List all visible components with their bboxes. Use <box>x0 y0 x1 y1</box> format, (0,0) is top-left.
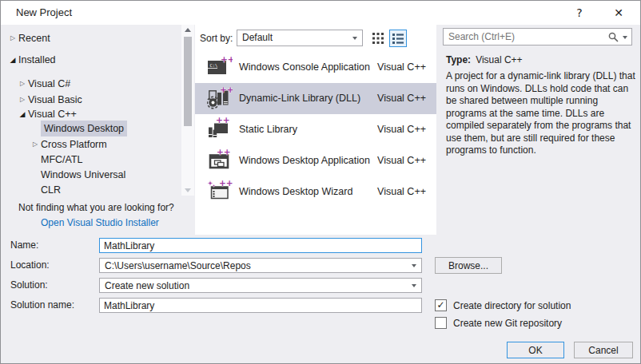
tree-item-clr[interactable]: CLR <box>1 183 181 197</box>
tree-item-label: Visual C# <box>28 77 70 91</box>
svg-text:++: ++ <box>221 54 233 64</box>
template-list-panel: Sort by: Default <box>195 25 436 235</box>
template-windows-console-application[interactable]: C:\ ++ Windows Console Application Visua… <box>195 52 436 83</box>
chevron-down-icon <box>352 37 357 40</box>
svg-text:++: ++ <box>219 179 233 188</box>
template-info-panel: Type:Visual C++ A project for a dynamic-… <box>436 25 640 235</box>
search-box <box>443 28 632 46</box>
tree-item-windows-desktop[interactable]: Windows Desktop <box>1 121 181 136</box>
tree-item-cross-platform[interactable]: ▷ Cross Platform <box>1 137 181 152</box>
tree-item-label: Windows Universal <box>41 168 125 182</box>
sort-bar: Sort by: Default <box>195 29 436 48</box>
search-options-chevron-icon[interactable] <box>623 36 627 39</box>
list-view-button[interactable] <box>389 30 407 47</box>
template-name: Windows Desktop Wizard <box>239 176 352 208</box>
chevron-collapsed-icon: ▷ <box>30 137 41 152</box>
location-value: C:\Users\username\Source\Repos <box>100 259 421 274</box>
tree-item-installed[interactable]: ◢ Installed <box>1 53 181 67</box>
solution-label: Solution: <box>10 278 48 293</box>
help-button[interactable]: ? <box>568 1 591 25</box>
template-windows-desktop-wizard[interactable]: ++ Windows Desktop Wizard Visual C++ <box>195 176 436 208</box>
small-icons-view-button[interactable] <box>369 30 387 47</box>
tree-item-label: Cross Platform <box>41 137 107 152</box>
name-field[interactable] <box>99 238 422 253</box>
tree-item-label: Recent <box>18 31 50 46</box>
svg-text:++: ++ <box>217 148 231 156</box>
titlebar: New Project ? ✕ <box>1 1 640 25</box>
tree-scrollbar[interactable] <box>181 25 194 196</box>
tree-item-label: MFC/ATL <box>41 152 83 167</box>
template-static-library[interactable]: ++ Static Library Visual C++ <box>195 114 436 145</box>
svg-text:++: ++ <box>216 117 230 125</box>
sort-by-label: Sort by: <box>200 29 233 48</box>
solution-name-field[interactable] <box>99 298 422 313</box>
template-language: Visual C++ <box>377 83 426 114</box>
type-label: Type: <box>446 54 471 65</box>
tree-item-windows-universal[interactable]: Windows Universal <box>1 168 181 182</box>
template-name: Static Library <box>239 114 297 145</box>
solution-name-label: Solution name: <box>10 298 74 313</box>
solution-value: Create new solution <box>100 279 421 294</box>
sort-by-value: Default <box>237 30 362 46</box>
tree-item-label-selected: Windows Desktop <box>41 121 127 136</box>
window-title: New Project <box>16 1 72 25</box>
tree-item-label: Visual C++ <box>28 107 77 121</box>
chevron-collapsed-icon: ▷ <box>17 93 28 107</box>
search-icon[interactable] <box>608 32 619 42</box>
template-name: Dynamic-Link Library (DLL) <box>239 83 360 114</box>
console-application-icon: C:\ ++ <box>207 54 233 80</box>
template-language: Visual C++ <box>377 145 426 176</box>
location-label: Location: <box>10 258 50 273</box>
search-input[interactable] <box>444 29 602 45</box>
windows-desktop-application-icon: ++ <box>207 148 233 173</box>
sort-by-dropdown[interactable]: Default <box>237 30 363 46</box>
template-name: Windows Console Application <box>239 52 370 83</box>
type-value: Visual C++ <box>476 54 522 65</box>
checkbox-unchecked-icon <box>435 317 447 329</box>
scroll-up-icon[interactable] <box>185 28 191 32</box>
tree-item-mfc-atl[interactable]: MFC/ATL <box>1 152 181 167</box>
scrollbar-thumb[interactable] <box>184 37 192 126</box>
ok-button[interactable]: OK <box>507 342 564 358</box>
template-description: A project for a dynamic-link library (DL… <box>446 70 636 157</box>
browse-button[interactable]: Browse... <box>435 257 502 274</box>
template-language: Visual C++ <box>377 52 426 83</box>
close-button[interactable]: ✕ <box>607 1 631 25</box>
checkbox-checked-icon: ✓ <box>435 299 447 311</box>
new-project-dialog: New Project ? ✕ ▷ Recent ◢ Installed ▷ V… <box>0 0 641 364</box>
name-label: Name: <box>10 238 38 253</box>
category-tree: ▷ Recent ◢ Installed ▷ Visual C# ▷ Visua… <box>1 25 181 235</box>
template-name: Windows Desktop Application <box>239 145 370 176</box>
windows-desktop-wizard-icon: ++ <box>207 179 233 204</box>
tree-item-recent[interactable]: ▷ Recent <box>1 31 181 46</box>
tree-item-label: CLR <box>41 183 61 197</box>
cancel-button[interactable]: Cancel <box>574 342 633 358</box>
template-language: Visual C++ <box>377 114 426 145</box>
template-language: Visual C++ <box>377 176 426 208</box>
scroll-down-icon[interactable] <box>185 188 191 192</box>
chevron-expanded-icon: ◢ <box>7 53 18 67</box>
tree-item-label: Installed <box>18 53 56 67</box>
chevron-down-icon <box>412 284 416 287</box>
tree-item-visual-csharp[interactable]: ▷ Visual C# <box>1 77 181 91</box>
not-finding-text: Not finding what you are looking for? <box>18 202 174 213</box>
open-installer-link[interactable]: Open Visual Studio Installer <box>41 217 159 228</box>
svg-text:++: ++ <box>220 85 233 94</box>
create-directory-label: Create directory for solution <box>453 299 571 312</box>
chevron-collapsed-icon: ▷ <box>17 77 28 91</box>
dialog-body: ▷ Recent ◢ Installed ▷ Visual C# ▷ Visua… <box>1 25 640 363</box>
tree-item-visual-cpp[interactable]: ◢ Visual C++ <box>1 107 181 121</box>
solution-dropdown[interactable]: Create new solution <box>99 278 422 293</box>
list-view-icon <box>392 33 404 44</box>
tree-item-label: Visual Basic <box>28 93 82 107</box>
tree-item-visual-basic[interactable]: ▷ Visual Basic <box>1 93 181 107</box>
grid-view-icon <box>372 33 384 44</box>
template-windows-desktop-application[interactable]: ++ Windows Desktop Application Visual C+… <box>195 145 436 176</box>
template-dynamic-link-library[interactable]: ++ Dynamic-Link Library (DLL) Visual C++ <box>195 83 436 114</box>
chevron-collapsed-icon: ▷ <box>7 31 18 46</box>
chevron-expanded-icon: ◢ <box>17 107 28 121</box>
location-dropdown[interactable]: C:\Users\username\Source\Repos <box>99 258 422 273</box>
static-library-icon: ++ <box>207 117 233 142</box>
chevron-down-icon <box>412 264 416 267</box>
type-line: Type:Visual C++ <box>446 54 523 65</box>
